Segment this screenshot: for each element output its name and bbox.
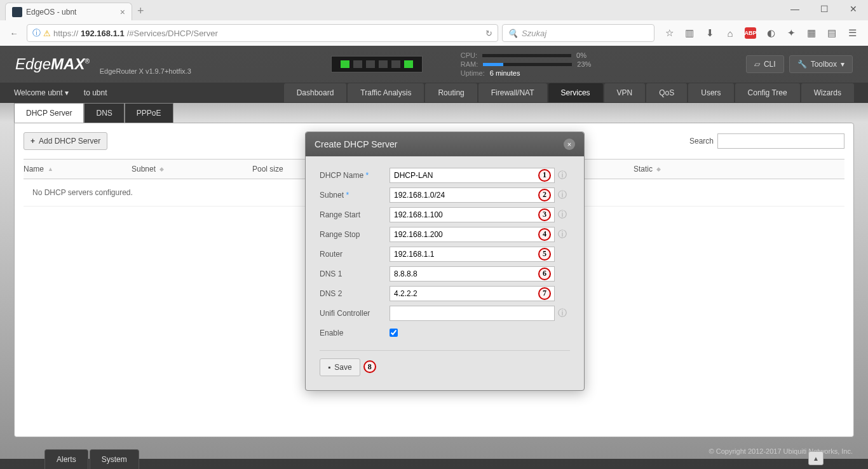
callout-3: 3 xyxy=(538,208,551,221)
close-tab-icon[interactable]: × xyxy=(120,7,125,17)
main-tab-users[interactable]: Users xyxy=(688,83,733,102)
system-stats: CPU:0% RAM:23% Uptime:6 minutes xyxy=(461,51,597,78)
ext-icon-1[interactable]: ◐ xyxy=(765,27,776,39)
cpu-value: 0% xyxy=(576,51,595,59)
dns2-label: DNS 2 xyxy=(320,289,390,298)
main-tab-wizards[interactable]: Wizards xyxy=(801,83,854,102)
userbar: Welcome ubnt ▾ to ubnt DashboardTraffic … xyxy=(0,83,868,103)
copyright: © Copyright 2012-2017 Ubiquiti Networks,… xyxy=(709,447,853,455)
chevron-down-icon: ▾ xyxy=(65,88,69,97)
callout-1: 1 xyxy=(538,169,551,182)
sub-tab-dhcpserver[interactable]: DHCP Server xyxy=(14,103,84,123)
dhcp-name-label: DHCP Name * xyxy=(320,171,390,180)
create-dhcp-modal: Create DHCP Server × DHCP Name *1ⓘ Subne… xyxy=(305,132,585,391)
range-stop-label: Range Stop xyxy=(320,230,390,239)
subnet-input[interactable] xyxy=(390,187,555,203)
reload-icon[interactable]: ↻ xyxy=(485,29,492,38)
port-2 xyxy=(366,60,375,68)
address-bar[interactable]: ⓘ ⚠ https://192.168.1.1/#Services/DHCP/S… xyxy=(27,24,498,42)
enable-label: Enable xyxy=(320,329,390,337)
browser-search[interactable]: 🔍 Szukaj xyxy=(502,24,654,42)
welcome-label[interactable]: Welcome ubnt ▾ xyxy=(14,88,69,97)
download-icon[interactable]: ⬇ xyxy=(704,27,715,39)
browser-chrome: — ☐ ✕ EdgeOS - ubnt × + ← ⓘ ⚠ https://19… xyxy=(0,0,868,46)
dhcp-search-input[interactable] xyxy=(717,133,844,149)
adblock-icon[interactable]: ABP xyxy=(745,27,756,39)
enable-checkbox[interactable] xyxy=(390,329,398,337)
search-label: Search xyxy=(689,137,714,146)
main-tab-qos[interactable]: QoS xyxy=(646,83,687,102)
port-status xyxy=(331,56,423,72)
modal-title: Create DHCP Server xyxy=(315,139,397,149)
terminal-icon: ▱ xyxy=(754,60,760,69)
maximize-button[interactable]: ☐ xyxy=(810,0,839,18)
main-tab-routing[interactable]: Routing xyxy=(425,83,477,102)
port-0 xyxy=(341,60,349,68)
cli-button[interactable]: ▱CLI xyxy=(746,55,784,73)
new-tab-button[interactable]: + xyxy=(132,2,149,20)
ext-icon-3[interactable]: ▦ xyxy=(806,27,817,39)
port-5 xyxy=(404,60,413,68)
add-dhcp-server-button[interactable]: Add DHCP Server xyxy=(24,132,107,150)
back-button[interactable]: ← xyxy=(5,24,23,42)
app-header: EdgeMAX® EdgeRouter X v1.9.7+hotfix.3 CP… xyxy=(0,46,868,83)
main-tab-firewallnat[interactable]: Firewall/NAT xyxy=(478,83,547,102)
minimize-button[interactable]: — xyxy=(780,0,810,18)
main-tab-configtree[interactable]: Config Tree xyxy=(735,83,800,102)
main-tab-services[interactable]: Services xyxy=(548,83,603,102)
url-host: 192.168.1.1 xyxy=(81,29,125,38)
dns2-input[interactable] xyxy=(390,286,555,301)
info-icon[interactable]: ⓘ xyxy=(555,189,570,201)
range-stop-input[interactable] xyxy=(390,227,555,242)
edgemax-app: EdgeMAX® EdgeRouter X v1.9.7+hotfix.3 CP… xyxy=(0,46,868,469)
wrench-icon: 🔧 xyxy=(797,60,807,69)
main-tab-trafficanalysis[interactable]: Traffic Analysis xyxy=(348,83,424,102)
sub-tab-dns[interactable]: DNS xyxy=(84,103,124,123)
info-icon[interactable]: ⓘ xyxy=(555,308,570,319)
unifi-input[interactable] xyxy=(390,306,555,321)
sub-tab-pppoe[interactable]: PPPoE xyxy=(125,103,173,123)
favicon xyxy=(12,7,22,17)
toolbox-button[interactable]: 🔧Toolbox▾ xyxy=(789,55,853,73)
lock-warning-icon: ⚠ xyxy=(43,29,51,38)
url-scheme: https:// xyxy=(53,29,78,38)
system-tab[interactable]: System xyxy=(90,449,139,469)
collapse-footer-button[interactable]: ▲ xyxy=(808,451,824,465)
close-modal-button[interactable]: × xyxy=(564,139,575,150)
range-start-input[interactable] xyxy=(390,207,555,222)
cpu-label: CPU: xyxy=(461,51,477,59)
dns1-input[interactable] xyxy=(390,266,555,282)
home-icon[interactable]: ⌂ xyxy=(724,27,736,39)
info-icon[interactable]: ⓘ xyxy=(555,170,570,181)
model-label: EdgeRouter X v1.9.7+hotfix.3 xyxy=(100,67,191,75)
sidebar-icon[interactable]: ▤ xyxy=(826,27,837,39)
col-name[interactable]: Name xyxy=(24,165,44,173)
ram-value: 23% xyxy=(577,60,596,68)
main-tab-dashboard[interactable]: Dashboard xyxy=(284,83,347,102)
library-icon[interactable]: ▥ xyxy=(684,27,695,39)
browser-tab[interactable]: EdgeOS - ubnt × xyxy=(5,3,132,20)
close-window-button[interactable]: ✕ xyxy=(839,0,868,18)
search-placeholder: Szukaj xyxy=(522,29,546,38)
bookmark-icon[interactable]: ☆ xyxy=(663,27,675,39)
dhcp-name-input[interactable] xyxy=(390,168,555,183)
alerts-tab[interactable]: Alerts xyxy=(44,449,88,469)
router-input[interactable] xyxy=(390,247,555,262)
subnet-label: Subnet * xyxy=(320,191,390,200)
router-label: Router xyxy=(320,250,390,259)
save-button[interactable]: ▪ Save 8 xyxy=(320,358,360,376)
info-icon[interactable]: ⓘ xyxy=(555,209,570,221)
sort-icon: ▲ xyxy=(48,166,53,172)
info-icon[interactable]: ⓘ xyxy=(32,27,41,39)
callout-8: 8 xyxy=(363,360,376,373)
menu-icon[interactable]: ☰ xyxy=(846,27,858,39)
col-subnet[interactable]: Subnet xyxy=(132,165,156,173)
col-static[interactable]: Static xyxy=(634,165,653,173)
main-tab-vpn[interactable]: VPN xyxy=(604,83,646,102)
range-start-label: Range Start xyxy=(320,210,390,219)
col-poolsize[interactable]: Pool size xyxy=(252,165,283,173)
info-icon[interactable]: ⓘ xyxy=(555,229,570,240)
ext-icon-2[interactable]: ✦ xyxy=(785,27,797,39)
callout-5: 5 xyxy=(538,248,551,261)
uptime-value: 6 minutes xyxy=(490,69,520,77)
